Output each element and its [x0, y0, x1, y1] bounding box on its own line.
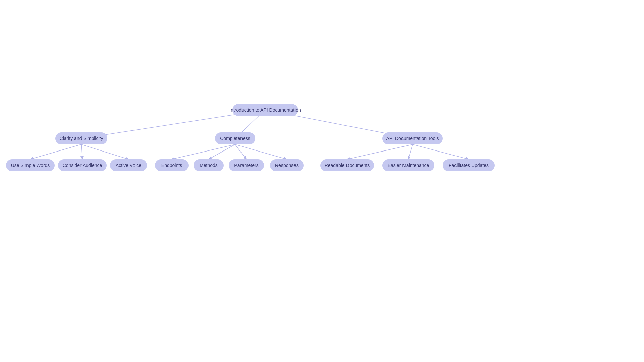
active-voice-node: Active Voice — [110, 159, 147, 171]
endpoints-node: Endpoints — [155, 159, 189, 171]
svg-line-12 — [413, 144, 469, 159]
completeness-node: Completeness — [215, 132, 255, 144]
consider-audience-node: Consider Audience — [58, 159, 107, 171]
mind-map-canvas: Introduction to API Documentation Clarit… — [0, 0, 644, 362]
svg-line-7 — [209, 144, 235, 159]
responses-node: Responses — [270, 159, 304, 171]
svg-line-5 — [81, 144, 128, 159]
clarity-node: Clarity and Simplicity — [55, 132, 107, 144]
svg-line-8 — [235, 144, 246, 159]
svg-line-9 — [235, 144, 287, 159]
svg-line-11 — [408, 144, 413, 159]
svg-line-3 — [30, 144, 81, 159]
root-node: Introduction to API Documentation — [232, 104, 298, 116]
readable-documents-node: Readable Documents — [320, 159, 374, 171]
parameters-node: Parameters — [229, 159, 264, 171]
methods-node: Methods — [194, 159, 224, 171]
easier-maintenance-node: Easier Maintenance — [382, 159, 434, 171]
svg-line-4 — [81, 144, 82, 159]
svg-line-6 — [172, 144, 235, 159]
apidocs-node: API Documentation Tools — [382, 132, 443, 144]
tree-connections — [0, 0, 644, 362]
simple-words-node: Use Simple Words — [6, 159, 55, 171]
svg-line-10 — [347, 144, 413, 159]
facilitates-updates-node: Facilitates Updates — [443, 159, 495, 171]
